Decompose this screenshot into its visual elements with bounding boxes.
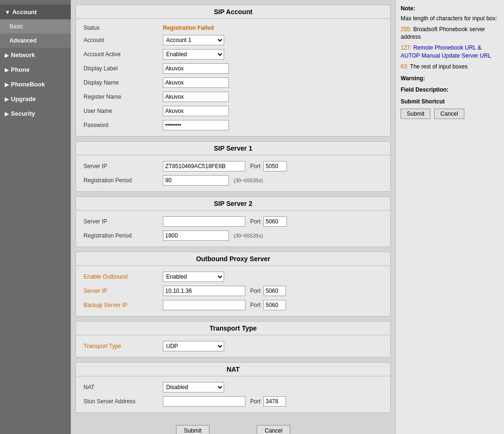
enable-outbound-select[interactable]: Enabled Disabled xyxy=(163,272,224,282)
display-name-input[interactable] xyxy=(163,77,229,88)
sidebar-item-phone[interactable]: ▶ Phone xyxy=(0,62,71,77)
transport-type-value-wrap: UDP TCP TLS xyxy=(163,341,224,351)
note-63-label: 63: xyxy=(401,63,409,70)
password-label: Password xyxy=(84,122,159,128)
status-row: Status Registration Failed xyxy=(84,23,383,33)
warning-title: Warning: xyxy=(401,75,499,83)
sidebar-basic-label: Basic xyxy=(9,23,23,30)
sidebar-item-account[interactable]: ▼ Account xyxy=(0,5,71,19)
note-255-text: Broadsoft Phonebook server address xyxy=(401,26,485,41)
security-arrow-icon: ▶ xyxy=(5,111,9,117)
sidebar-item-phonebook[interactable]: ▶ PhoneBook xyxy=(0,77,71,92)
display-name-value-wrap xyxy=(163,77,229,88)
note-127-label: 127: xyxy=(401,44,412,51)
sidebar-item-upgrade[interactable]: ▶ Upgrade xyxy=(0,92,71,106)
nat-body: NAT Disabled Enabled Stun Server Address… xyxy=(76,376,390,412)
sip-account-body: Status Registration Failed Account Accou… xyxy=(76,19,390,136)
user-name-label: User Name xyxy=(84,108,159,114)
s2-port-label: Port xyxy=(250,218,260,225)
s1-port-label: Port xyxy=(250,163,260,170)
right-panel: Note: Max length of characters for input… xyxy=(395,0,504,434)
shortcut-cancel-button[interactable]: Cancel xyxy=(434,109,464,119)
note-63: 63: The rest of input boxes xyxy=(401,63,499,71)
outbound-server-ip-row: Server IP Port xyxy=(84,284,383,298)
content-area: SIP Account Status Registration Failed A… xyxy=(71,0,395,434)
account-active-row: Account Active Enabled Disabled xyxy=(84,47,383,61)
display-name-row: Display Name xyxy=(84,76,383,90)
sip-account-section: SIP Account Status Registration Failed A… xyxy=(76,5,391,136)
backup-server-ip-label: Backup Server IP xyxy=(84,302,159,308)
transport-type-row: Transport Type UDP TCP TLS xyxy=(84,339,383,353)
note-127: 127: Remote Phonebook URL & AUTOP Manual… xyxy=(401,44,499,60)
display-label-value-wrap xyxy=(163,63,229,74)
sip-server1-section: SIP Server 1 Server IP Port Registration… xyxy=(76,141,391,192)
phonebook-arrow-icon: ▶ xyxy=(5,81,9,88)
s1-server-ip-input[interactable] xyxy=(163,161,245,171)
stun-port-input[interactable] xyxy=(263,396,286,407)
s1-reg-period-input[interactable] xyxy=(163,175,229,186)
s2-port-input[interactable] xyxy=(263,216,287,227)
backup-server-ip-value-wrap: Port xyxy=(163,300,286,310)
main-wrapper: SIP Account Status Registration Failed A… xyxy=(71,0,504,434)
sidebar-phonebook-label: PhoneBook xyxy=(11,81,45,88)
note-127-text: Remote Phonebook URL & AUTOP Manual Upda… xyxy=(401,44,491,59)
sip-server1-title: SIP Server 1 xyxy=(76,142,390,155)
field-desc-title: Field Description: xyxy=(401,86,499,94)
sip-account-title: SIP Account xyxy=(76,5,390,19)
upgrade-arrow-icon: ▶ xyxy=(5,96,9,102)
enable-outbound-label: Enable Outbound xyxy=(84,273,159,280)
shortcut-submit-button[interactable]: Submit xyxy=(401,109,430,119)
outbound-proxy-title: Outbound Proxy Server xyxy=(76,252,390,266)
s2-server-ip-input[interactable] xyxy=(163,216,245,227)
s2-reg-period-row: Registration Period (30~65535s) xyxy=(84,229,383,243)
password-input[interactable] xyxy=(163,120,229,130)
nat-value-wrap: Disabled Enabled xyxy=(163,382,224,392)
status-value: Registration Failed xyxy=(163,25,214,31)
sidebar-item-security[interactable]: ▶ Security xyxy=(0,106,71,121)
sidebar-security-label: Security xyxy=(11,110,35,117)
submit-button[interactable]: Submit xyxy=(176,425,210,434)
s2-reg-period-input[interactable] xyxy=(163,230,229,241)
s1-reg-period-value-wrap: (30~65535s) xyxy=(163,175,263,186)
account-active-select[interactable]: Enabled Disabled xyxy=(163,49,224,60)
backup-server-ip-input[interactable] xyxy=(163,300,245,310)
nat-label: NAT xyxy=(84,384,159,391)
enable-outbound-value-wrap: Enabled Disabled xyxy=(163,272,224,282)
user-name-value-wrap xyxy=(163,106,229,116)
transport-type-select[interactable]: UDP TCP TLS xyxy=(163,341,224,351)
s1-reg-period-label: Registration Period xyxy=(84,177,159,184)
outbound-server-ip-label: Server IP xyxy=(84,288,159,294)
user-name-row: User Name xyxy=(84,104,383,118)
stun-value-wrap: Port xyxy=(163,396,286,407)
outbound-proxy-section: Outbound Proxy Server Enable Outbound En… xyxy=(76,252,391,316)
sidebar-phone-label: Phone xyxy=(11,66,30,73)
nat-select[interactable]: Disabled Enabled xyxy=(163,382,224,392)
s1-port-input[interactable] xyxy=(263,161,287,171)
stun-input[interactable] xyxy=(163,396,245,407)
outbound-server-ip-input[interactable] xyxy=(163,286,245,296)
stun-row: Stun Server Address Port xyxy=(84,394,383,408)
backup-port-label: Port xyxy=(250,302,260,308)
note-63-text: The rest of input boxes xyxy=(410,63,468,70)
outbound-port-input[interactable] xyxy=(263,286,286,296)
submit-shortcut-title: Submit Shortcut xyxy=(401,98,499,106)
cancel-button[interactable]: Cancel xyxy=(257,425,290,434)
sidebar-item-basic[interactable]: Basic xyxy=(0,19,71,34)
register-name-input[interactable] xyxy=(163,92,229,102)
sidebar-item-network[interactable]: ▶ Network xyxy=(0,48,71,62)
user-name-input[interactable] xyxy=(163,106,229,116)
account-value-wrap: Account 1 Account 2 Account 3 xyxy=(163,35,224,45)
account-active-label: Account Active xyxy=(84,51,159,58)
sip-server2-body: Server IP Port Registration Period (30~6… xyxy=(76,211,390,247)
network-arrow-icon: ▶ xyxy=(5,52,9,59)
sidebar-item-advanced[interactable]: Advanced xyxy=(0,34,71,48)
backup-port-input[interactable] xyxy=(263,300,286,310)
display-label-input[interactable] xyxy=(163,63,229,74)
note-255: 255: Broadsoft Phonebook server address xyxy=(401,26,499,42)
backup-server-ip-row: Backup Server IP Port xyxy=(84,298,383,312)
sidebar-item-account-label: Account xyxy=(12,9,37,16)
account-select[interactable]: Account 1 Account 2 Account 3 xyxy=(163,35,224,45)
password-row: Password xyxy=(84,118,383,132)
account-label: Account xyxy=(84,37,159,43)
status-label: Status xyxy=(84,25,159,31)
